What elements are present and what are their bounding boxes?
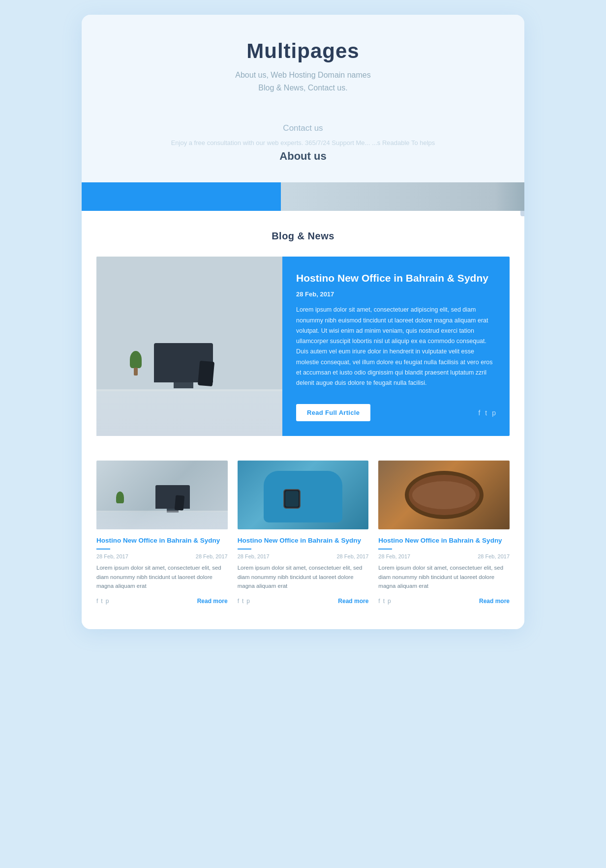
card-3-img-mock bbox=[378, 461, 510, 529]
featured-article-footer: Read Full Article f t p bbox=[296, 398, 496, 421]
card-1-excerpt: Lorem ipsum dolor sit amet, consectetuer… bbox=[96, 563, 228, 590]
mock-phone-icon bbox=[198, 361, 214, 386]
card-3-excerpt: Lorem ipsum dolor sit amet, consectetuer… bbox=[378, 563, 510, 590]
card3-twitter-icon[interactable]: t bbox=[383, 598, 385, 605]
card-2-social: f t p bbox=[238, 598, 250, 605]
site-title: Multipages bbox=[101, 39, 505, 63]
card-1-title: Hostino New Office in Bahrain & Sydny bbox=[96, 536, 228, 546]
subtitle-line2: Blog & News, Contact us. bbox=[258, 84, 347, 92]
blog-card-1: Hostino New Office in Bahrain & Sydny 28… bbox=[96, 461, 228, 604]
card-2-footer: f t p Read more bbox=[238, 598, 369, 605]
card-3-read-more[interactable]: Read more bbox=[479, 598, 510, 605]
card-1-dates: 28 Feb, 2017 28 Feb, 2017 bbox=[96, 553, 228, 559]
card1-monitor-icon bbox=[155, 485, 190, 509]
twitter-icon[interactable]: t bbox=[485, 409, 487, 417]
card3-headphone-icon bbox=[405, 471, 484, 519]
site-subtitle: About us, Web Hosting Domain names Blog … bbox=[101, 69, 505, 94]
card-3-date2: 28 Feb, 2017 bbox=[478, 553, 510, 559]
card-2-date2: 28 Feb, 2017 bbox=[337, 553, 369, 559]
card2-hand bbox=[264, 471, 342, 522]
card-2-date1: 28 Feb, 2017 bbox=[238, 553, 270, 559]
facebook-icon[interactable]: f bbox=[478, 409, 480, 417]
banner-blue bbox=[82, 182, 281, 211]
pinterest-icon[interactable]: p bbox=[492, 409, 496, 417]
blog-card-3: Hostino New Office in Bahrain & Sydny 28… bbox=[378, 461, 510, 604]
card-2-title: Hostino New Office in Bahrain & Sydny bbox=[238, 536, 369, 546]
card-3-image bbox=[378, 461, 510, 529]
featured-article-title: Hostino New Office in Bahrain & Sydny bbox=[296, 271, 496, 285]
banner-area bbox=[82, 182, 524, 211]
featured-article-date: 28 Feb, 2017 bbox=[296, 290, 496, 298]
featured-article: Hostino New Office in Bahrain & Sydny 28… bbox=[96, 257, 510, 436]
card-1-date1: 28 Feb, 2017 bbox=[96, 553, 128, 559]
card3-facebook-icon[interactable]: f bbox=[378, 598, 380, 605]
card1-twitter-icon[interactable]: t bbox=[101, 598, 102, 605]
page-wrapper: Multipages About us, Web Hosting Domain … bbox=[82, 15, 524, 629]
card-1-date2: 28 Feb, 2017 bbox=[196, 553, 228, 559]
card1-plant-icon bbox=[116, 492, 124, 503]
card-2-dates: 28 Feb, 2017 28 Feb, 2017 bbox=[238, 553, 369, 559]
card1-reflection bbox=[96, 512, 228, 529]
card2-facebook-icon[interactable]: f bbox=[238, 598, 239, 605]
card-2-image bbox=[238, 461, 369, 529]
card-3-title: Hostino New Office in Bahrain & Sydny bbox=[378, 536, 510, 546]
mock-scene bbox=[96, 257, 282, 436]
blog-card-2: Hostino New Office in Bahrain & Sydny 28… bbox=[238, 461, 369, 604]
card-3-dates: 28 Feb, 2017 28 Feb, 2017 bbox=[378, 553, 510, 559]
header-section: Multipages About us, Web Hosting Domain … bbox=[82, 15, 524, 109]
card-3-underline bbox=[378, 549, 392, 550]
card2-twitter-icon[interactable]: t bbox=[242, 598, 243, 605]
card3-pinterest-icon[interactable]: p bbox=[388, 598, 391, 605]
contact-overlay-area: Contact us Enjoy a free consultation wit… bbox=[82, 109, 524, 177]
mock-reflection bbox=[96, 391, 282, 436]
contact-us-label: Contact us bbox=[101, 123, 505, 133]
card-1-img-mock bbox=[96, 461, 228, 529]
cards-row: Hostino New Office in Bahrain & Sydny 28… bbox=[96, 461, 510, 604]
featured-social-icons: f t p bbox=[478, 409, 496, 417]
featured-article-content: Hostino New Office in Bahrain & Sydny 28… bbox=[282, 257, 510, 436]
featured-article-image bbox=[96, 257, 282, 436]
banner-gray bbox=[281, 182, 524, 211]
blog-section: Blog & News Hostino New O bbox=[82, 211, 524, 629]
card1-facebook-icon[interactable]: f bbox=[96, 598, 98, 605]
card-1-footer: f t p Read more bbox=[96, 598, 228, 605]
featured-img-mock bbox=[96, 257, 282, 436]
about-us-label: About us bbox=[101, 144, 505, 163]
subtitle-line1: About us, Web Hosting Domain names bbox=[235, 71, 370, 79]
card-3-footer: f t p Read more bbox=[378, 598, 510, 605]
featured-article-excerpt: Lorem ipsum dolor sit amet, consectetuer… bbox=[296, 305, 496, 388]
card-1-social: f t p bbox=[96, 598, 109, 605]
mock-plant-icon bbox=[130, 351, 142, 368]
blog-section-title: Blog & News bbox=[96, 231, 510, 242]
card2-pinterest-icon[interactable]: p bbox=[246, 598, 250, 605]
card-3-date1: 28 Feb, 2017 bbox=[378, 553, 410, 559]
card1-pinterest-icon[interactable]: p bbox=[106, 598, 109, 605]
card-1-read-more[interactable]: Read more bbox=[197, 598, 228, 605]
card-1-underline bbox=[96, 549, 110, 550]
card-1-image bbox=[96, 461, 228, 529]
overlay-text-area: Enjoy a free consultation with our web e… bbox=[101, 139, 505, 173]
card-2-excerpt: Lorem ipsum dolor sit amet, consectetuer… bbox=[238, 563, 369, 590]
card-3-social: f t p bbox=[378, 598, 391, 605]
read-full-article-button[interactable]: Read Full Article bbox=[296, 404, 370, 421]
card2-watch-icon bbox=[283, 489, 301, 509]
card-2-underline bbox=[238, 549, 251, 550]
card-2-img-mock bbox=[238, 461, 369, 529]
card1-phone-icon bbox=[175, 495, 185, 511]
card-2-read-more[interactable]: Read more bbox=[338, 598, 368, 605]
